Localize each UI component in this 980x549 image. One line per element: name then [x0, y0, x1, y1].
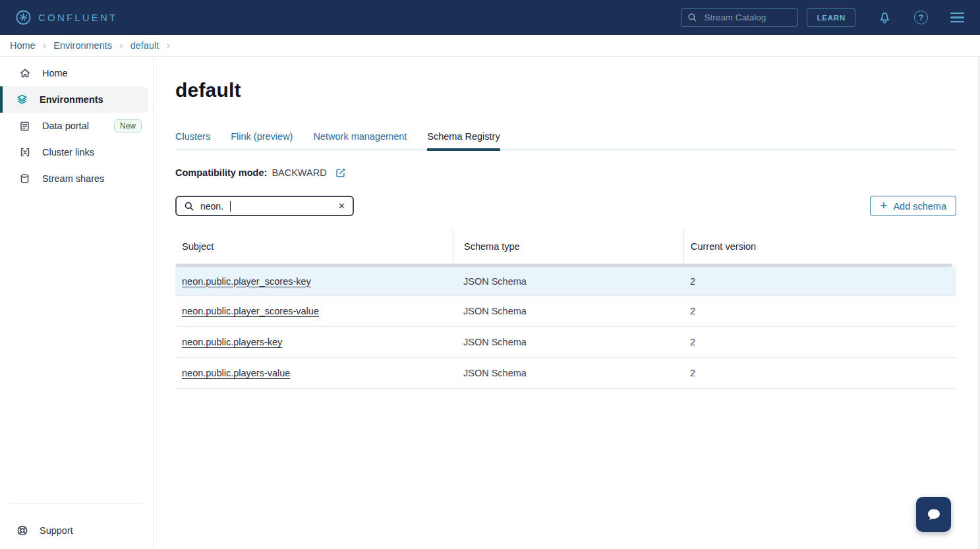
main-content: default Clusters Flink (preview) Network… — [154, 57, 980, 549]
sidebar-item-label: Home — [42, 68, 68, 78]
plus-icon: + — [880, 199, 887, 212]
schema-type-cell: JSON Schema — [453, 276, 683, 287]
chevron-right-icon: › — [166, 40, 170, 51]
schema-search-value: neon. — [200, 201, 223, 212]
column-header-subject: Subject — [175, 229, 453, 264]
chevron-right-icon: › — [119, 40, 123, 51]
confluent-logo[interactable]: CONFLUENT — [16, 10, 117, 25]
chat-widget-button[interactable] — [916, 497, 951, 532]
subject-link[interactable]: neon.public.players-key — [182, 337, 282, 347]
table-row: neon.public.player_scores-value JSON Sch… — [175, 296, 956, 327]
breadcrumb-default[interactable]: default — [130, 40, 159, 51]
question-mark-glyph: ? — [914, 11, 928, 24]
top-navbar: CONFLUENT LEARN ? — [0, 0, 980, 35]
search-icon — [687, 13, 697, 22]
column-header-current-version: Current version — [683, 229, 956, 264]
compatibility-mode-row: Compatibility mode: BACKWARD — [175, 167, 956, 178]
confluent-logo-icon — [16, 10, 31, 25]
table-row: neon.public.players-key JSON Schema 2 — [175, 327, 956, 358]
schema-search-input[interactable]: neon. ✕ — [175, 196, 354, 216]
stream-catalog-search[interactable] — [681, 8, 798, 27]
stream-catalog-input[interactable] — [703, 12, 792, 23]
schema-type-cell: JSON Schema — [453, 368, 683, 378]
current-version-cell: 2 — [683, 276, 956, 287]
sidebar-divider — [10, 504, 143, 504]
home-icon — [18, 67, 31, 80]
tab-flink-preview[interactable]: Flink (preview) — [231, 131, 293, 150]
tab-clusters[interactable]: Clusters — [175, 131, 210, 150]
help-icon[interactable]: ? — [914, 11, 928, 24]
table-row: neon.public.players-value JSON Schema 2 — [175, 358, 956, 389]
schema-type-cell: JSON Schema — [453, 337, 683, 347]
tab-network-management[interactable]: Network management — [313, 131, 407, 150]
table-header: Subject Schema type Current version — [175, 229, 956, 264]
sidebar-item-stream-shares[interactable]: Stream shares — [0, 165, 148, 192]
tab-schema-registry[interactable]: Schema Registry — [427, 131, 500, 150]
learn-button[interactable]: LEARN — [807, 8, 855, 27]
chat-bubble-icon — [924, 505, 944, 525]
new-badge: New — [114, 119, 142, 132]
breadcrumb-home[interactable]: Home — [10, 40, 36, 51]
database-cylinder-icon — [18, 173, 31, 185]
sidebar-item-environments[interactable]: Environments — [0, 86, 148, 113]
sidebar-item-support[interactable]: Support — [0, 517, 153, 544]
breadcrumb-environments[interactable]: Environments — [53, 40, 112, 51]
breadcrumb: Home › Environments › default › — [0, 35, 980, 57]
hamburger-menu-icon[interactable] — [950, 13, 964, 22]
sidebar: Home Environments — [0, 57, 154, 549]
schemas-table: Subject Schema type Current version neon… — [175, 229, 956, 389]
text-caret — [230, 201, 231, 212]
edit-pencil-icon[interactable] — [335, 167, 346, 178]
life-buoy-icon — [16, 525, 28, 537]
sidebar-item-label: Environments — [40, 94, 103, 105]
sidebar-item-data-portal[interactable]: Data portal New — [0, 113, 148, 139]
chevron-right-icon: › — [43, 40, 47, 51]
compatibility-mode-label: Compatibility mode: — [175, 167, 267, 178]
document-icon — [18, 120, 31, 132]
subject-link[interactable]: neon.public.player_scores-key — [182, 276, 311, 287]
table-row: neon.public.player_scores-key JSON Schem… — [175, 267, 956, 296]
current-version-cell: 2 — [683, 337, 956, 347]
clear-search-icon[interactable]: ✕ — [338, 202, 345, 210]
subject-link[interactable]: neon.public.player_scores-value — [182, 306, 319, 316]
column-header-schema-type: Schema type — [453, 229, 683, 264]
add-schema-label: Add schema — [893, 201, 946, 212]
page-title: default — [175, 79, 956, 101]
cluster-links-icon — [18, 146, 31, 159]
sidebar-item-cluster-links[interactable]: Cluster links — [0, 139, 148, 165]
compatibility-mode-value: BACKWARD — [272, 167, 326, 178]
search-icon — [184, 201, 194, 212]
app-window: CONFLUENT LEARN ? Home › Environments › … — [0, 0, 980, 549]
sidebar-item-label: Cluster links — [42, 147, 94, 158]
layers-icon — [16, 94, 28, 106]
support-label: Support — [40, 525, 73, 536]
notifications-bell-icon[interactable] — [878, 11, 892, 25]
subject-link[interactable]: neon.public.players-value — [182, 368, 290, 378]
add-schema-button[interactable]: + Add schema — [870, 196, 956, 216]
current-version-cell: 2 — [683, 368, 956, 378]
current-version-cell: 2 — [683, 306, 956, 316]
table-controls: neon. ✕ + Add schema — [175, 196, 956, 216]
schema-type-cell: JSON Schema — [453, 306, 683, 316]
brand-name: CONFLUENT — [38, 12, 117, 23]
sidebar-item-home[interactable]: Home — [0, 60, 148, 86]
tab-bar: Clusters Flink (preview) Network managem… — [175, 131, 956, 150]
sidebar-item-label: Data portal — [42, 121, 89, 131]
sidebar-item-label: Stream shares — [42, 173, 104, 184]
